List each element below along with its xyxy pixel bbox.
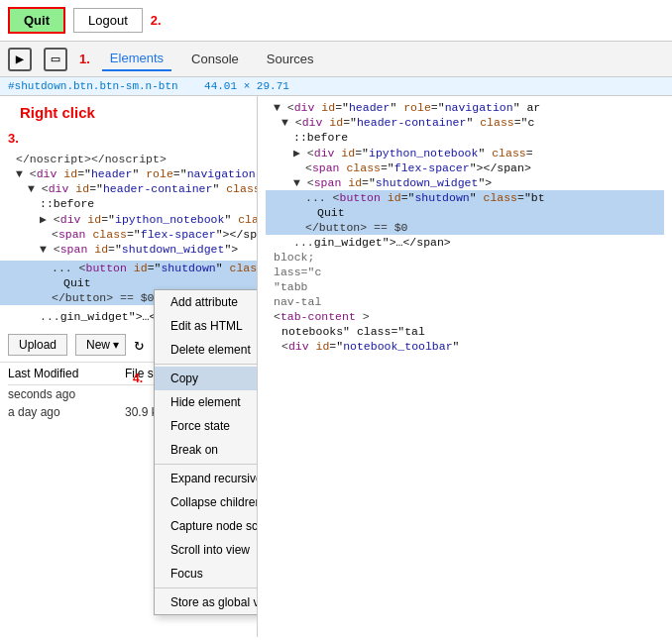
code-line: block; (266, 250, 664, 265)
html-tree: </noscript></noscript> ▼ <div id="header… (0, 148, 257, 261)
logout-button[interactable]: Logout (73, 8, 143, 33)
context-menu-separator2 (155, 464, 258, 465)
tab-console[interactable]: Console (183, 48, 247, 70)
context-menu-item-edit-html[interactable]: Edit as HTML (155, 314, 258, 338)
tree-line: ::before (0, 196, 257, 211)
code-line-selected: ... <button id="shutdown" class="bt (266, 190, 664, 205)
inspector-icon[interactable]: ▶ (8, 48, 32, 71)
tree-line: ▶ <div id="ipython_notebook" class= (0, 211, 257, 227)
devtools-header: ▶ ▭ 1. Elements Console Sources (0, 42, 672, 77)
code-line: lass="c (266, 265, 664, 279)
element-dimensions: 44.01 × 29.71 (204, 80, 289, 92)
context-menu-item-collapse[interactable]: Collapse children (155, 490, 258, 514)
element-info-bar: #shutdown.btn.btn-sm.n-btn 44.01 × 29.71 (0, 77, 672, 96)
col-modified-header: Last Modified (8, 367, 117, 380)
tree-line: </noscript></noscript> (0, 152, 257, 166)
step1-annotation: 1. (79, 52, 90, 66)
step2-label: 2. (151, 13, 162, 28)
selected-tree-line[interactable]: ... <button id="shutdown" class="bt (0, 261, 257, 275)
context-menu-separator (155, 364, 258, 365)
tree-line: ▼ <span id="shutdown_widget"> (0, 242, 257, 257)
context-menu-item-expand[interactable]: Expand recursively (155, 467, 258, 490)
context-menu-item-break[interactable]: Break on ▶ (155, 438, 258, 462)
code-line: notebooks" class="tal (266, 324, 664, 339)
context-menu-item-delete[interactable]: Delete element (155, 338, 258, 362)
code-line: nav-tal (266, 294, 664, 309)
main-layout: Right click 3. </noscript></noscript> ▼ … (0, 96, 672, 637)
tree-line: <span class="flex-spacer"></span> (0, 227, 257, 242)
right-panel: ▼ <div id="header" role="navigation" ar … (258, 96, 672, 637)
context-menu-item-force[interactable]: Force state ▶ (155, 414, 258, 438)
file-modified-2: a day ago (8, 405, 117, 419)
context-menu-item-copy[interactable]: 4. Copy ▶ (155, 367, 258, 390)
tree-line: ▼ <div id="header-container" class="c (0, 181, 257, 196)
code-line: <div id="notebook_toolbar" (266, 339, 664, 354)
element-selector: #shutdown.btn.btn-sm.n (8, 80, 152, 92)
code-line: <span class="flex-spacer"></span> (266, 160, 664, 175)
code-line-quit: Quit (266, 205, 664, 220)
step4-label: 4. (133, 372, 143, 385)
context-menu-item-focus[interactable]: Focus (155, 562, 258, 586)
code-line: "tabb (266, 279, 664, 294)
step3-label: 3. (0, 129, 257, 148)
tree-line-quit: Quit (0, 275, 257, 290)
context-menu-item-capture[interactable]: Capture node screenshot (155, 514, 258, 538)
context-menu-separator3 (155, 587, 258, 588)
code-line: ▼ <div id="header-container" class="c (266, 115, 664, 130)
code-line: ▶ <div id="ipython_notebook" class= (266, 145, 664, 160)
device-icon[interactable]: ▭ (44, 48, 67, 71)
tab-sources[interactable]: Sources (259, 48, 322, 70)
file-modified-1: seconds ago (8, 387, 117, 401)
refresh-icon[interactable]: ↻ (134, 335, 144, 355)
context-menu-item-add-attribute[interactable]: Add attribute (155, 290, 258, 314)
context-menu: Add attribute Edit as HTML Delete elemen… (154, 289, 258, 615)
context-menu-item-global-var[interactable]: Store as global variable (155, 590, 258, 614)
element-selector-cont: -btn (152, 80, 177, 92)
code-line: <tab-content > (266, 309, 664, 324)
code-line: ▼ <div id="header" role="navigation" ar (266, 100, 664, 115)
quit-button[interactable]: Quit (8, 7, 65, 34)
code-line: ...gin_widget">…</span> (266, 235, 664, 250)
top-bar: Quit Logout 2. (0, 0, 672, 42)
code-line: ::before (266, 130, 664, 145)
context-menu-item-hide[interactable]: Hide element (155, 390, 258, 414)
code-line-button-eq: </button> == $0 (266, 220, 664, 235)
right-click-label: Right click (0, 96, 257, 129)
tab-elements[interactable]: Elements (102, 47, 171, 71)
left-panel: Right click 3. </noscript></noscript> ▼ … (0, 96, 258, 637)
context-menu-item-scroll[interactable]: Scroll into view (155, 538, 258, 562)
code-line: ▼ <span id="shutdown_widget"> (266, 175, 664, 190)
tree-line: ▼ <div id="header" role="navigation" ar (0, 166, 257, 181)
new-button[interactable]: New ▾ (75, 334, 126, 356)
upload-button[interactable]: Upload (8, 334, 67, 356)
